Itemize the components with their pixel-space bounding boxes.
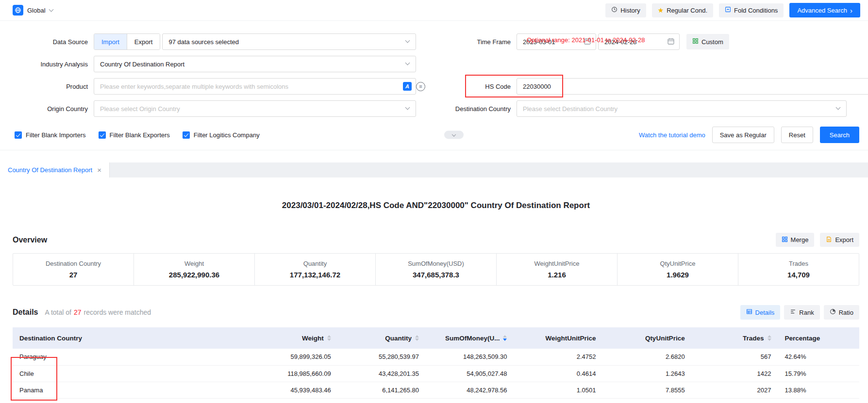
col-header-qty-unit-price: QtyUnitPrice bbox=[603, 327, 692, 349]
origin-country-placeholder: Please select Origin Country bbox=[100, 105, 180, 113]
regular-cond-label: Regular Cond. bbox=[667, 7, 707, 14]
cell-trades: 1422 bbox=[692, 365, 778, 382]
filter-blank-exporters-checkbox[interactable]: Filter Blank Exporters bbox=[99, 131, 170, 139]
reset-button[interactable]: Reset bbox=[781, 127, 813, 143]
cell-country: Chile bbox=[13, 365, 250, 382]
custom-label: Custom bbox=[701, 38, 723, 46]
col-header-sum-of-money[interactable]: SumOfMoney(U... bbox=[426, 327, 514, 349]
chevron-down-icon bbox=[49, 7, 53, 12]
tutorial-link[interactable]: Watch the tutorial demo bbox=[639, 131, 705, 139]
table-row[interactable]: Paraguay 59,899,326.05 55,280,539.97 148… bbox=[13, 349, 859, 365]
globe-icon bbox=[13, 5, 23, 16]
filters-row: Filter Blank Importers Filter Blank Expo… bbox=[13, 127, 859, 143]
rank-icon bbox=[790, 308, 796, 316]
hs-code-input[interactable] bbox=[517, 78, 868, 95]
cell-percentage: 13.88% bbox=[778, 382, 859, 398]
product-input[interactable] bbox=[94, 78, 416, 95]
cell-percentage: 42.64% bbox=[778, 349, 859, 365]
import-tab[interactable]: Import bbox=[94, 34, 127, 49]
stat-qty-unit-price: QtyUnitPrice 1.9629 bbox=[617, 254, 738, 285]
checkbox-checked-icon bbox=[15, 131, 22, 139]
sort-icon[interactable] bbox=[503, 335, 507, 341]
col-header-percentage: Percentage bbox=[778, 327, 859, 349]
save-as-regular-button[interactable]: Save as Regular bbox=[712, 127, 774, 143]
import-export-toggle: Import Export bbox=[94, 33, 160, 50]
product-row: Product A ≡ HS Code bbox=[13, 78, 859, 95]
cell-weight: 45,939,483.46 bbox=[250, 382, 337, 398]
table-header-row: Destination Country Weight Quantity SumO… bbox=[13, 327, 859, 349]
cell-sum-of-money: 54,905,027.48 bbox=[426, 365, 514, 382]
report-tab-bar: Country Of Destination Report × bbox=[0, 162, 868, 177]
tab-country-of-destination-report[interactable]: Country Of Destination Report × bbox=[0, 162, 110, 177]
collapse-form-button[interactable] bbox=[444, 131, 464, 139]
hs-code-label: HS Code bbox=[485, 83, 511, 90]
table-row[interactable]: Chile 118,985,660.09 43,428,201.35 54,90… bbox=[13, 365, 859, 382]
view-rank-label: Rank bbox=[799, 309, 814, 316]
filter-blank-exporters-label: Filter Blank Exporters bbox=[110, 131, 170, 139]
table-row[interactable]: Panama 45,939,483.46 6,141,265.80 48,242… bbox=[13, 382, 859, 398]
col-header-destination-country: Destination Country bbox=[13, 327, 250, 349]
col-header-quantity[interactable]: Quantity bbox=[338, 327, 426, 349]
pie-icon bbox=[830, 308, 836, 316]
data-source-select[interactable]: 97 data sources selected bbox=[162, 33, 416, 50]
search-button[interactable]: Search bbox=[820, 127, 859, 143]
regular-cond-button[interactable]: ★ Regular Cond. bbox=[652, 3, 713, 17]
match-count: 27 bbox=[74, 308, 82, 316]
close-icon[interactable]: × bbox=[97, 166, 101, 174]
stat-weight-unit-price: WeightUnitPrice 1.216 bbox=[496, 254, 617, 285]
export-button[interactable]: Export bbox=[820, 233, 859, 247]
filter-logistics-company-checkbox[interactable]: Filter Logitics Company bbox=[183, 131, 260, 139]
sort-icon[interactable] bbox=[768, 335, 771, 341]
stat-destination-country: Destination Country 27 bbox=[13, 254, 134, 285]
fold-conditions-button[interactable]: Fold Conditions bbox=[719, 3, 784, 17]
chevron-down-icon bbox=[405, 61, 410, 65]
sort-icon[interactable] bbox=[327, 335, 331, 341]
history-icon bbox=[611, 6, 618, 14]
cell-trades: 2027 bbox=[692, 382, 778, 398]
fold-conditions-label: Fold Conditions bbox=[734, 7, 778, 14]
origin-country-select[interactable]: Please select Origin Country bbox=[94, 100, 416, 117]
stat-weight: Weight 285,922,990.36 bbox=[134, 254, 254, 285]
view-ratio-label: Ratio bbox=[839, 309, 853, 316]
filter-blank-importers-checkbox[interactable]: Filter Blank Importers bbox=[15, 131, 86, 139]
export-label: Export bbox=[835, 236, 853, 243]
report-content: 2023/03/01-2024/02/28,HS Code AND"220300… bbox=[0, 201, 868, 399]
sort-icon[interactable] bbox=[415, 335, 419, 341]
custom-range-button[interactable]: Custom bbox=[686, 34, 729, 49]
checkbox-checked-icon bbox=[183, 131, 190, 139]
destination-country-placeholder: Please select Destination Country bbox=[523, 105, 618, 113]
chevron-right-icon: › bbox=[850, 7, 852, 14]
view-details-button[interactable]: Details bbox=[740, 305, 781, 320]
advanced-search-button[interactable]: Advanced Search › bbox=[789, 3, 860, 17]
data-source-row: Data Source Import Export 97 data source… bbox=[13, 33, 859, 50]
cell-weight-unit-price: 2.4752 bbox=[514, 349, 602, 365]
search-panel: Optional range: 2021-01-01 to 2024-02-28… bbox=[0, 33, 868, 150]
col-header-weight-unit-price: WeightUnitPrice bbox=[514, 327, 602, 349]
region-switcher[interactable]: Global bbox=[13, 5, 53, 16]
cell-weight-unit-price: 1.0501 bbox=[514, 382, 602, 398]
history-button[interactable]: History bbox=[605, 3, 646, 17]
merge-button[interactable]: Merge bbox=[776, 233, 815, 247]
translate-icon[interactable]: A bbox=[403, 82, 412, 91]
data-source-value: 97 data sources selected bbox=[168, 38, 239, 46]
export-tab[interactable]: Export bbox=[127, 34, 160, 49]
grid-icon bbox=[692, 38, 699, 46]
match-mode-icon[interactable]: ≡ bbox=[416, 82, 425, 91]
tab-label: Country Of Destination Report bbox=[8, 166, 92, 174]
table-icon bbox=[746, 308, 752, 316]
match-summary: A total of27records were matched bbox=[45, 308, 151, 316]
cell-quantity: 55,280,539.97 bbox=[338, 349, 426, 365]
col-header-weight[interactable]: Weight bbox=[250, 327, 337, 349]
report-title: 2023/03/01-2024/02/28,HS Code AND"220300… bbox=[13, 201, 859, 210]
destination-country-select[interactable]: Please select Destination Country bbox=[517, 100, 847, 117]
history-label: History bbox=[620, 7, 640, 14]
view-rank-button[interactable]: Rank bbox=[784, 305, 819, 320]
merge-label: Merge bbox=[791, 236, 809, 243]
industry-analysis-label: Industry Analysis bbox=[13, 61, 88, 68]
industry-analysis-select[interactable]: Country Of Destination Report bbox=[94, 56, 416, 72]
view-ratio-button[interactable]: Ratio bbox=[824, 305, 859, 320]
col-header-trades[interactable]: Trades bbox=[692, 327, 778, 349]
filter-blank-importers-label: Filter Blank Importers bbox=[26, 131, 86, 139]
cell-sum-of-money: 148,263,509.30 bbox=[426, 349, 514, 365]
industry-analysis-value: Country Of Destination Report bbox=[100, 61, 184, 68]
